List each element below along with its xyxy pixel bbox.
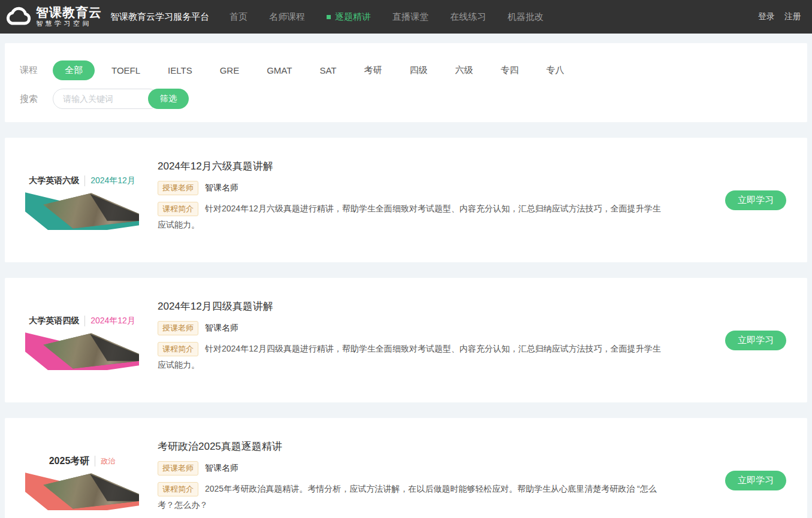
nav-label: 名师课程 <box>269 11 305 23</box>
nav-item-teacher-courses[interactable]: 名师课程 <box>258 11 316 23</box>
thumbnail-heading: 大学英语六级 <box>29 175 79 186</box>
teacher-name: 智课名师 <box>205 183 239 192</box>
course-card: 2025考研 政治 考研政治2025真题逐题精讲 授课老师智课名师 课程简介20… <box>5 418 807 518</box>
intro-tag: 课程简介 <box>158 482 198 496</box>
thumbnail-art <box>25 472 139 510</box>
category-filter-row: 课程 全部 TOEFL IELTS GRE GMAT SAT 考研 四级 六级 … <box>20 60 792 80</box>
category-gmat[interactable]: GMAT <box>267 65 292 75</box>
thumbnail-heading: 2025考研 <box>49 455 90 468</box>
intro-text: 针对2024年12月四级真题进行精讲，帮助学生全面细致对考试题型、内容充分认知，… <box>158 344 661 369</box>
category-cet4[interactable]: 四级 <box>409 65 427 76</box>
intro-text: 2025年考研政治真题精讲。考情分析，应试方法讲解，在以后做题时能够轻松应对。帮… <box>158 484 657 510</box>
teacher-tag: 授课老师 <box>158 321 198 335</box>
learn-button[interactable]: 立即学习 <box>725 471 786 490</box>
course-card: 大学英语六级 2024年12月 2024年12月六级真题讲解 授课老师智课名师 … <box>5 138 807 262</box>
thumbnail-subheading: 2024年12月 <box>90 316 135 326</box>
course-title[interactable]: 2024年12月六级真题讲解 <box>158 159 665 173</box>
category-sat[interactable]: SAT <box>319 65 336 75</box>
category-all[interactable]: 全部 <box>53 60 95 80</box>
nav-item-home[interactable]: 首页 <box>219 11 258 23</box>
thumbnail-art <box>25 192 139 230</box>
nav-item-online-practice[interactable]: 在线练习 <box>439 11 497 23</box>
category-cet6[interactable]: 六级 <box>455 65 473 76</box>
category-tem4[interactable]: 专四 <box>500 65 518 76</box>
nav-label: 逐题精讲 <box>335 11 371 23</box>
search-input[interactable] <box>53 89 159 109</box>
teacher-tag: 授课老师 <box>158 461 198 475</box>
intro-row: 课程简介2025年考研政治真题精讲。考情分析，应试方法讲解，在以后做题时能够轻松… <box>158 481 665 513</box>
filter-button[interactable]: 筛选 <box>148 89 189 109</box>
thumbnail-caption: 大学英语六级 2024年12月 <box>25 170 139 189</box>
register-link[interactable]: 注册 <box>784 11 801 22</box>
course-filter-label: 课程 <box>20 65 53 76</box>
learn-button[interactable]: 立即学习 <box>725 331 786 350</box>
intro-row: 课程简介针对2024年12月六级真题进行精讲，帮助学生全面细致对考试题型、内容充… <box>158 201 665 233</box>
thumbnail-subheading: 政治 <box>101 456 115 466</box>
course-info: 2024年12月六级真题讲解 授课老师智课名师 课程简介针对2024年12月六级… <box>139 138 725 262</box>
teacher-row: 授课老师智课名师 <box>158 321 665 335</box>
login-link[interactable]: 登录 <box>758 11 775 22</box>
platform-title: 智课教育云学习服务平台 <box>110 11 209 23</box>
teacher-row: 授课老师智课名师 <box>158 181 665 195</box>
teacher-row: 授课老师智课名师 <box>158 461 665 475</box>
course-thumbnail[interactable]: 大学英语四级 2024年12月 <box>25 310 139 370</box>
category-tem8[interactable]: 专八 <box>546 65 564 76</box>
active-dot-icon <box>327 15 331 19</box>
search-row: 搜索 筛选 <box>20 89 792 109</box>
filter-panel: 课程 全部 TOEFL IELTS GRE GMAT SAT 考研 四级 六级 … <box>5 43 807 122</box>
category-ielts[interactable]: IELTS <box>168 65 192 75</box>
course-info: 考研政治2025真题逐题精讲 授课老师智课名师 课程简介2025年考研政治真题精… <box>139 418 725 518</box>
brand-subtitle: 智慧学习空间 <box>36 19 102 28</box>
nav-item-machine-grading[interactable]: 机器批改 <box>497 11 554 23</box>
nav-item-question-lectures[interactable]: 逐题精讲 <box>316 11 382 23</box>
thumb-divider <box>84 316 85 326</box>
nav-label: 直播课堂 <box>393 11 428 23</box>
category-list: 全部 TOEFL IELTS GRE GMAT SAT 考研 四级 六级 专四 … <box>53 60 564 80</box>
nav-item-live-classroom[interactable]: 直播课堂 <box>382 11 439 23</box>
teacher-tag: 授课老师 <box>158 181 198 195</box>
thumbnail-subheading: 2024年12月 <box>90 175 135 186</box>
brand-title: 智课教育云 <box>36 6 102 19</box>
thumbnail-art <box>25 332 139 370</box>
intro-tag: 课程简介 <box>158 202 198 216</box>
course-thumbnail[interactable]: 大学英语六级 2024年12月 <box>25 170 139 230</box>
intro-tag: 课程简介 <box>158 342 198 356</box>
auth-links: 登录 注册 <box>758 11 801 22</box>
learn-button[interactable]: 立即学习 <box>725 190 786 210</box>
top-navbar: 智课教育云 智慧学习空间 智课教育云学习服务平台 首页 名师课程 逐题精讲 直播… <box>0 0 812 34</box>
cloud-logo-icon <box>5 5 31 29</box>
course-thumbnail[interactable]: 2025考研 政治 <box>25 450 139 510</box>
nav-label: 首页 <box>230 11 247 23</box>
course-card: 大学英语四级 2024年12月 2024年12月四级真题讲解 授课老师智课名师 … <box>5 278 807 402</box>
category-toefl[interactable]: TOEFL <box>111 65 140 75</box>
brand-logo[interactable]: 智课教育云 智慧学习空间 <box>5 5 102 29</box>
search-label: 搜索 <box>20 93 53 105</box>
thumb-divider <box>84 175 85 186</box>
category-kaoyan[interactable]: 考研 <box>364 65 382 76</box>
thumbnail-caption: 大学英语四级 2024年12月 <box>25 310 139 329</box>
course-info: 2024年12月四级真题讲解 授课老师智课名师 课程简介针对2024年12月四级… <box>139 278 725 402</box>
thumb-divider <box>95 456 95 466</box>
intro-text: 针对2024年12月六级真题进行精讲，帮助学生全面细致对考试题型、内容充分认知，… <box>158 204 661 229</box>
intro-row: 课程简介针对2024年12月四级真题进行精讲，帮助学生全面细致对考试题型、内容充… <box>158 341 665 373</box>
nav-label: 在线练习 <box>450 11 486 23</box>
thumbnail-heading: 大学英语四级 <box>29 316 79 326</box>
teacher-name: 智课名师 <box>205 323 239 332</box>
thumbnail-caption: 2025考研 政治 <box>25 450 139 469</box>
main-nav: 首页 名师课程 逐题精讲 直播课堂 在线练习 机器批改 <box>219 11 554 23</box>
search-box: 筛选 <box>53 89 189 109</box>
course-title[interactable]: 2024年12月四级真题讲解 <box>158 299 665 313</box>
course-title[interactable]: 考研政治2025真题逐题精讲 <box>158 440 665 453</box>
teacher-name: 智课名师 <box>205 463 239 472</box>
category-gre[interactable]: GRE <box>220 65 240 75</box>
nav-label: 机器批改 <box>508 11 544 23</box>
